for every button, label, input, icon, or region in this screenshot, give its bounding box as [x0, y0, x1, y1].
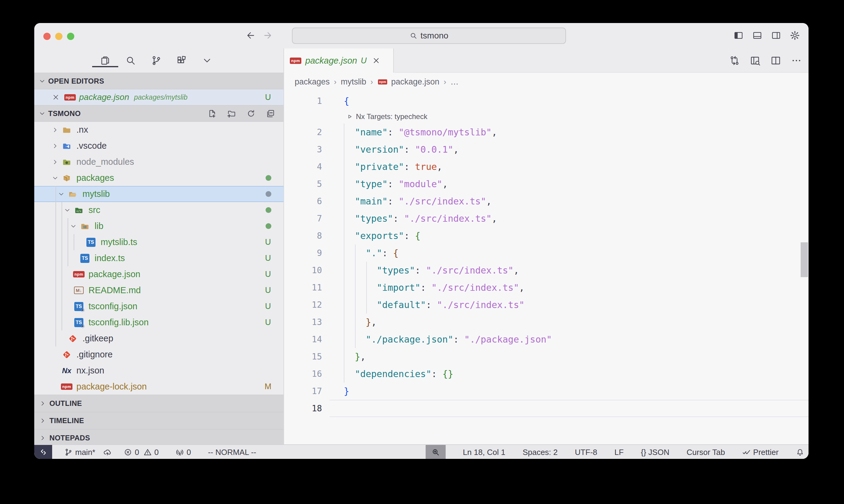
maximize-window-button[interactable] — [67, 33, 74, 40]
close-tab-icon[interactable] — [372, 56, 380, 65]
code-line-7[interactable]: 7 "types": "./src/index.ts", — [284, 210, 809, 227]
open-preview-icon[interactable] — [750, 55, 761, 66]
command-center-search[interactable]: tsmono — [292, 28, 566, 44]
tree-item-mytslib.ts[interactable]: TSmytslib.tsU — [34, 234, 283, 250]
minimize-window-button[interactable] — [55, 33, 63, 40]
code-line-10[interactable]: 10 "types": "./src/index.ts", — [284, 262, 809, 279]
activity-tab-explorer[interactable] — [99, 54, 111, 67]
code-text: "name": "@tsmono/mytslib", — [322, 127, 497, 138]
line-number: 9 — [284, 248, 322, 258]
tree-item-.nx[interactable]: .nx — [34, 122, 283, 138]
tree-item-.vscode[interactable]: .vscode — [34, 138, 283, 154]
code-line-17[interactable]: 17} — [284, 382, 809, 400]
status-item-zoom-indicator[interactable] — [426, 445, 446, 459]
code-line-12[interactable]: 12 "default": "./src/index.ts" — [284, 296, 809, 313]
split-editor-icon[interactable] — [770, 55, 781, 66]
explorer-icon — [100, 55, 111, 66]
close-window-button[interactable] — [44, 33, 51, 40]
breadcrumb-item[interactable]: … — [450, 77, 459, 87]
toggle-panel-icon[interactable] — [752, 30, 762, 41]
status-item-warnings[interactable]: 0 — [143, 448, 158, 457]
new-file-icon[interactable] — [208, 109, 217, 118]
status-item-eol[interactable]: LF — [615, 448, 624, 457]
tree-item-index.ts[interactable]: TSindex.tsU — [34, 250, 283, 266]
breadcrumb-item[interactable]: mytslib — [341, 77, 366, 87]
tree-item-nx.json[interactable]: Nxnx.json — [34, 363, 283, 379]
code-line-15[interactable]: 15 }, — [284, 348, 809, 365]
panel-notepads[interactable]: NOTEPADS — [34, 429, 283, 447]
tree-item-tsconfig.json[interactable]: TStsconfig.jsonU — [34, 298, 283, 314]
settings-gear-icon[interactable] — [790, 30, 800, 41]
panel-outline[interactable]: OUTLINE — [34, 395, 283, 412]
compare-changes-icon[interactable] — [729, 55, 740, 66]
activity-tab-source-control[interactable] — [150, 54, 162, 67]
code-line-4[interactable]: 4 "private": true, — [284, 158, 809, 175]
forward-icon[interactable] — [262, 30, 273, 41]
status-item-encoding[interactable]: UTF-8 — [575, 448, 597, 457]
code-line-2[interactable]: 2 "name": "@tsmono/mytslib", — [284, 124, 809, 141]
tree-item-node_modules[interactable]: node_modules — [34, 154, 283, 170]
back-icon[interactable] — [245, 30, 256, 41]
code-text: "dependencies": {} — [322, 368, 453, 379]
git-status-dot — [265, 207, 271, 213]
new-folder-icon[interactable] — [227, 109, 236, 118]
status-item-cursor-tab[interactable]: Cursor Tab — [687, 448, 725, 457]
code-text: "private": true, — [322, 161, 442, 172]
status-item-ports[interactable]: 0 — [175, 448, 191, 457]
code-line-6[interactable]: 6 "main": "./src/index.ts", — [284, 193, 809, 210]
activity-tab-extensions[interactable] — [175, 54, 188, 67]
collapse-all-icon[interactable] — [266, 109, 275, 118]
activity-tab-search[interactable] — [125, 54, 137, 67]
status-item-language-mode[interactable]: {} JSON — [641, 448, 669, 457]
code-line-9[interactable]: 9 ".": { — [284, 245, 809, 262]
toggle-secondary-sidebar-icon[interactable] — [771, 30, 781, 41]
open-editor-item[interactable]: npm package.json packages/mytslib U — [34, 89, 283, 105]
panel-timeline[interactable]: TIMELINE — [34, 412, 283, 429]
tree-item-tsconfig.lib.json[interactable]: TStsconfig.lib.jsonU — [34, 314, 283, 330]
status-item-remote[interactable] — [34, 445, 52, 459]
status-item-branch[interactable]: main* — [64, 448, 95, 457]
breadcrumb-item[interactable]: packages — [295, 77, 330, 87]
code-line-5[interactable]: 5 "type": "module", — [284, 175, 809, 193]
tab-package-json[interactable]: npm package.json U — [284, 49, 394, 73]
breadcrumb-item[interactable]: npmpackage.json — [377, 77, 439, 87]
editor-scrollbar[interactable] — [800, 242, 808, 277]
status-item-cursor-position[interactable]: Ln 18, Col 1 — [463, 448, 505, 457]
tree-item-packages[interactable]: packages — [34, 170, 283, 186]
code-editor[interactable]: 1{Nx Targets: typecheck2 "name": "@tsmon… — [284, 91, 809, 444]
activity-tab-more[interactable] — [201, 54, 213, 67]
tree-item-README.md[interactable]: M↓README.mdU — [34, 282, 283, 298]
tree-item-lib[interactable]: lib — [34, 218, 283, 234]
more-actions-icon[interactable] — [791, 55, 802, 66]
tree-item-label: tsconfig.json — [88, 301, 137, 311]
code-line-14[interactable]: 14 "./package.json": "./package.json" — [284, 331, 809, 348]
close-editor-icon[interactable] — [52, 93, 60, 101]
code-line-16[interactable]: 16 "dependencies": {} — [284, 365, 809, 382]
status-item-sync[interactable] — [103, 448, 111, 456]
status-item-errors[interactable]: 0 — [124, 448, 139, 457]
status-item-formatter[interactable]: Prettier — [742, 448, 778, 457]
toggle-primary-sidebar-icon[interactable] — [733, 30, 744, 41]
explorer-section-header[interactable]: TSMONO — [34, 105, 283, 122]
status-item-vim-mode[interactable]: -- NORMAL -- — [208, 448, 256, 457]
chevron-right-icon — [39, 400, 46, 407]
panel-title: NOTEPADS — [49, 434, 90, 442]
open-editors-header[interactable]: OPEN EDITORS — [34, 73, 283, 89]
codelens-nx-targets[interactable]: Nx Targets: typecheck — [284, 110, 809, 124]
code-line-13[interactable]: 13 }, — [284, 313, 809, 331]
tree-item-.gitkeep[interactable]: .gitkeep — [34, 330, 283, 346]
tree-item-.gitignore[interactable]: .gitignore — [34, 346, 283, 363]
tree-item-package.json[interactable]: npmpackage.jsonU — [34, 266, 283, 282]
code-line-3[interactable]: 3 "version": "0.0.1", — [284, 141, 809, 158]
tree-item-mytslib[interactable]: mytslib — [34, 186, 283, 202]
tree-item-src[interactable]: </>src — [34, 202, 283, 218]
refresh-icon[interactable] — [246, 109, 256, 118]
code-line-8[interactable]: 8 "exports": { — [284, 227, 809, 245]
code-line-11[interactable]: 11 "import": "./src/index.ts", — [284, 279, 809, 296]
status-item-notifications[interactable] — [796, 448, 804, 456]
status-item-indentation[interactable]: Spaces: 2 — [523, 448, 558, 457]
play-icon — [346, 113, 353, 120]
tree-item-package-lock.json[interactable]: npmpackage-lock.jsonM — [34, 379, 283, 395]
code-line-18[interactable]: 18 — [284, 400, 809, 417]
code-line-1[interactable]: 1{ — [284, 92, 809, 110]
